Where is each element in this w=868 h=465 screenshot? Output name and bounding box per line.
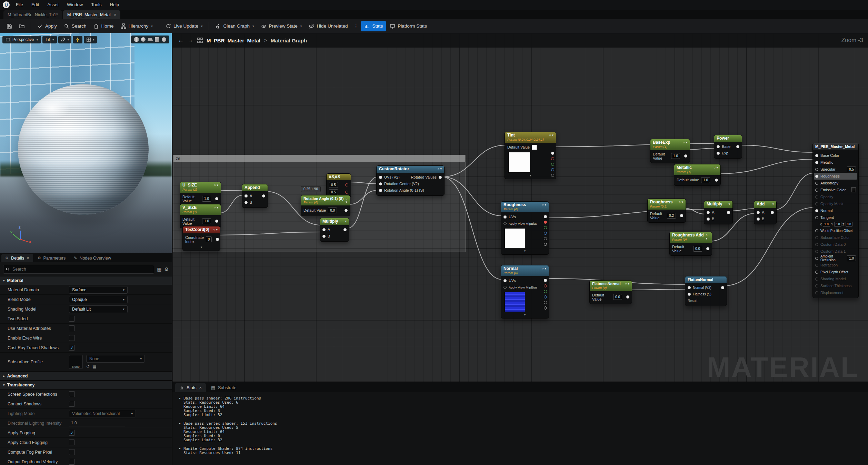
input-pin-a[interactable] (707, 211, 710, 214)
node-v-size[interactable]: V_SIZE Param (1) ○ ▾ Default Value 1.0 (180, 204, 221, 228)
node-roughness-texture[interactable]: Roughness Param (0) ○ ▾ UVs Apply View M… (501, 201, 549, 255)
tab-substrate[interactable]: ▤ Substrate (207, 383, 240, 392)
compute-fog-per-pixel-checkbox[interactable]: ✓ (69, 449, 75, 455)
rgba-output-pin[interactable] (544, 243, 547, 246)
two-sided-checkbox[interactable]: ✓ (69, 316, 75, 322)
input-pin[interactable] (815, 271, 818, 274)
toolbar-overflow-icon[interactable]: ⋮ (351, 23, 360, 29)
clean-graph-button[interactable]: Clean Graph▾ (212, 21, 257, 31)
cylinder-mesh-button[interactable] (134, 37, 139, 42)
viewport-options-dropdown[interactable]: Perspective▾ (2, 36, 41, 43)
result-pin-base-color[interactable]: Base Color (813, 152, 858, 159)
node-texcoord[interactable]: TexCoord[0] ○ ▾ Coordinate Index 0 ▾ (182, 226, 220, 251)
use-material-attributes-checkbox[interactable]: ✓ (69, 325, 75, 331)
node-power[interactable]: Power Base Exp (714, 135, 742, 159)
input-pin-exp[interactable] (717, 152, 720, 155)
output-pin[interactable] (215, 220, 218, 223)
result-pin-pixel-depth-offset[interactable]: Pixel Depth Offset (813, 269, 858, 275)
close-icon[interactable]: × (114, 12, 117, 17)
node-base-exp[interactable]: BaseExp Param (1) ○ ▾ Default Value 1.0 (650, 139, 690, 163)
input-pin[interactable] (815, 154, 818, 157)
g-output-pin[interactable] (544, 226, 547, 229)
node-roughness-add[interactable]: Roughness Add Param (0) ○ ▾ Default Valu… (669, 232, 712, 256)
coordinate-index-field[interactable]: 0 (206, 236, 212, 242)
result-pin-opacity[interactable]: Opacity (813, 193, 858, 200)
comment-title[interactable]: ze (173, 155, 465, 162)
input-pin-uvs[interactable] (503, 215, 507, 219)
node-metallic[interactable]: Metallic Param (1) ○ ▾ Default Value 1.0 (674, 164, 721, 186)
result-pin-specular[interactable]: Specular0.5 (813, 166, 858, 173)
node-material-result[interactable]: M_PBR_Master_Metal Base Color Metallic S… (812, 143, 859, 298)
node-append[interactable]: Append A B (242, 184, 268, 208)
y-value-field[interactable]: 0.5 (329, 189, 338, 195)
input-pin[interactable] (815, 264, 818, 267)
browse-asset-icon[interactable]: ▦ (92, 364, 96, 369)
default-value-field[interactable]: 1.0 (701, 177, 710, 183)
section-translucency[interactable]: ▾ Translucency (0, 381, 172, 390)
close-icon[interactable]: × (199, 385, 202, 390)
blend-mode-select[interactable]: Opaque▾ (69, 296, 128, 303)
search-button[interactable]: Search (61, 21, 90, 31)
output-pin[interactable] (626, 295, 629, 299)
tab-parameters[interactable]: ⚙ Parameters (34, 254, 69, 262)
node-constant2-vector[interactable]: 0.5,0.5 0.5 0.5 (326, 173, 351, 198)
output-depth-and-velocity-checkbox[interactable]: ✓ (69, 459, 75, 465)
output-pin[interactable] (343, 228, 347, 231)
node-multiply-1[interactable]: Multiply ▾ A B (320, 218, 349, 242)
apply-fogging-checkbox[interactable]: ✓ (69, 430, 75, 436)
output-pin[interactable] (715, 179, 718, 182)
a-output-pin[interactable] (544, 301, 547, 304)
result-pin-shading-model[interactable]: Shading Model (813, 275, 858, 282)
rgb-output-pin[interactable] (544, 279, 547, 282)
input-pin-mipbias[interactable] (503, 222, 507, 225)
tangent-x-field[interactable]: 1.0 (823, 222, 830, 227)
cast-ray-traced-shadows-checkbox[interactable]: ✓ (69, 345, 75, 351)
result-pin-displacement[interactable]: Displacement (813, 289, 858, 296)
result-pin-ambient-occlusion[interactable]: Ambient Occlusion1.0 (813, 255, 858, 262)
input-pin[interactable] (815, 243, 818, 246)
input-pin[interactable] (815, 229, 818, 232)
contact-shadows-checkbox[interactable]: ✓ (69, 401, 75, 407)
details-search-input[interactable] (3, 265, 154, 274)
result-pin-emissive-color[interactable]: Emissive Color (813, 186, 858, 193)
breadcrumb-asset[interactable]: M_PBR_Master_Metal (207, 38, 260, 43)
default-value-field[interactable]: 1.0 (202, 218, 211, 224)
forward-arrow-icon[interactable]: → (188, 37, 193, 44)
input-pin-flatness[interactable] (688, 293, 691, 296)
result-pin-roughness[interactable]: Roughness (814, 173, 857, 180)
input-pin-uvs[interactable] (379, 176, 382, 179)
tangent-z-field[interactable]: 0.0 (846, 222, 853, 227)
input-pin[interactable] (815, 195, 818, 199)
output-pin-result[interactable] (721, 286, 724, 289)
output-pin[interactable] (771, 211, 774, 214)
teapot-mesh-button[interactable] (162, 37, 166, 42)
shading-model-select[interactable]: Default Lit▾ (69, 305, 128, 313)
browse-to-asset-button[interactable] (16, 21, 28, 31)
result-pin-world-position-offset[interactable]: World Position Offset (813, 227, 858, 234)
default-value-field[interactable]: 0.2 (667, 213, 676, 219)
preview-state-button[interactable]: Preview State▾ (258, 21, 305, 31)
input-pin[interactable] (815, 284, 818, 287)
node-tint-texture[interactable]: Tint Param (0.24,0.24,0.24,1) ○ ▾ Defaul… (505, 132, 556, 179)
enable-exec-wire-checkbox[interactable]: ✓ (69, 335, 75, 341)
node-u-size[interactable]: U_SIZE Param (1) ○ ▾ Default Value 1.0 (180, 182, 221, 206)
collapse-chevron-icon[interactable]: ▾ (501, 248, 549, 253)
result-pin-refraction[interactable]: Refraction (813, 262, 858, 269)
hide-unrelated-button[interactable]: Hide Unrelated (306, 21, 351, 31)
input-pin-b[interactable] (245, 201, 248, 204)
subsurface-profile-select[interactable]: None▾ (86, 355, 145, 363)
collapse-chevron-icon[interactable]: ▾ (505, 173, 556, 177)
node-normal-texture[interactable]: Normal Param (0) ○ ▾ UVs Apply View MipB… (501, 265, 549, 319)
result-pin-anisotropy[interactable]: Anisotropy (813, 180, 858, 186)
rgb-output-pin[interactable] (551, 152, 554, 155)
section-advanced[interactable]: ▸ Advanced (0, 372, 172, 381)
default-value-field[interactable]: 0.0 (693, 246, 702, 252)
input-pin[interactable] (815, 168, 818, 171)
result-pin-subsurface-color[interactable]: Subsurface Color (813, 234, 858, 241)
settings-gear-icon[interactable]: ⚙ (164, 266, 169, 272)
collapse-chevron-icon[interactable]: ▾ (183, 244, 220, 249)
input-pin[interactable] (815, 209, 818, 212)
save-button[interactable] (3, 21, 15, 31)
section-material[interactable]: ▾ Material (0, 276, 172, 285)
result-pin-opacity-mask[interactable]: Opacity Mask (813, 200, 858, 207)
